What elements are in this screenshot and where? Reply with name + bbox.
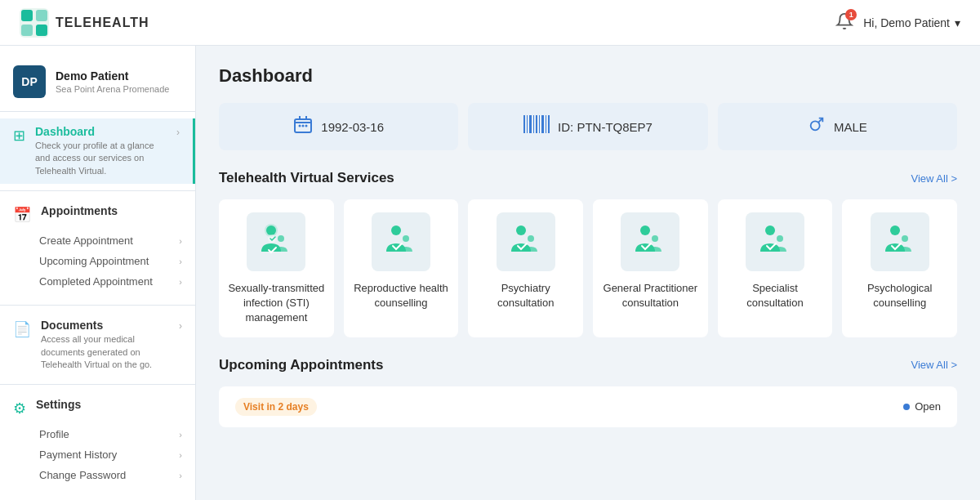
- sidebar-sub-item-completed[interactable]: Completed Appointment ›: [39, 271, 182, 292]
- sidebar: DP Demo Patient Sea Point Arena Promenad…: [0, 46, 196, 500]
- sidebar-sub-item-payment[interactable]: Payment History ›: [39, 444, 182, 465]
- appointments-view-all[interactable]: View All >: [911, 359, 958, 371]
- logo-icon: [20, 8, 49, 38]
- svg-rect-17: [548, 115, 550, 133]
- documents-nav-desc: Access all your medical documents genera…: [41, 333, 169, 371]
- dashboard-nav-arrow: ›: [176, 127, 180, 138]
- user-name: Demo Patient: [56, 69, 169, 83]
- upcoming-appointment-label: Upcoming Appointment: [39, 255, 149, 267]
- sidebar-item-settings[interactable]: ⚙ Settings: [0, 391, 195, 424]
- svg-rect-1: [21, 10, 33, 21]
- info-card-dob: 1992-03-16: [219, 103, 458, 150]
- payment-arrow-icon: ›: [179, 450, 182, 460]
- sidebar-divider-1: [0, 190, 195, 191]
- sidebar-sub-item-profile[interactable]: Profile ›: [39, 424, 182, 444]
- sidebar-divider-3: [0, 384, 195, 385]
- id-value: ID: PTN-TQ8EP7: [558, 120, 653, 134]
- birthday-icon: [293, 114, 313, 139]
- topnav-right: 1 Hi, Demo Patient ▾: [835, 12, 960, 33]
- payment-history-label: Payment History: [39, 449, 117, 461]
- dashboard-nav-content: Dashboard Check your profile at a glance…: [35, 125, 167, 177]
- psychiatry-icon-bg: [497, 212, 555, 271]
- svg-rect-14: [539, 115, 540, 133]
- sidebar-section-documents: 📄 Documents Access all your medical docu…: [0, 312, 195, 377]
- profile-arrow-icon: ›: [179, 430, 182, 440]
- sidebar-sub-item-password[interactable]: Change Password ›: [39, 465, 182, 485]
- services-grid: Sexually-transmitted infection (STI) man…: [219, 199, 957, 337]
- service-card-specialist[interactable]: Specialist consultation: [718, 199, 833, 337]
- settings-nav-content: Settings: [36, 398, 182, 411]
- psych-icon-bg: [871, 212, 929, 271]
- svg-point-29: [652, 235, 658, 242]
- profile-label: Profile: [39, 428, 69, 440]
- chevron-down-icon: ▾: [955, 16, 960, 29]
- appointments-nav-title: Appointments: [41, 204, 182, 217]
- svg-rect-2: [36, 10, 47, 21]
- visit-badge: Visit in 2 days: [235, 398, 317, 416]
- svg-point-23: [268, 234, 276, 243]
- sti-icon-bg: [247, 212, 305, 271]
- create-arrow-icon: ›: [179, 236, 182, 246]
- svg-rect-16: [546, 115, 546, 133]
- sidebar-divider-2: [0, 305, 195, 306]
- svg-rect-10: [527, 115, 528, 133]
- main-layout: DP Demo Patient Sea Point Arena Promenad…: [0, 46, 980, 500]
- psych-label: Psychological counselling: [850, 281, 949, 310]
- appointments-nav-content: Appointments: [41, 204, 182, 217]
- sidebar-section-dashboard: ⊞ Dashboard Check your profile at a glan…: [0, 118, 195, 184]
- user-address: Sea Point Arena Promenade: [56, 84, 169, 94]
- sidebar-item-appointments[interactable]: 📅 Appointments: [0, 198, 195, 230]
- svg-point-24: [391, 225, 401, 235]
- documents-nav-content: Documents Access all your medical docume…: [41, 319, 169, 371]
- svg-point-21: [266, 225, 276, 235]
- services-title: Telehealth Virtual Services: [219, 170, 394, 186]
- svg-point-27: [528, 235, 534, 242]
- service-card-sti[interactable]: Sexually-transmitted infection (STI) man…: [219, 199, 334, 337]
- notification-bell[interactable]: 1: [835, 12, 853, 33]
- logo: TELEHEALTH: [20, 8, 149, 38]
- sidebar-sub-item-create[interactable]: Create Appointment ›: [39, 230, 182, 251]
- appointments-title: Upcoming Appointments: [219, 357, 383, 373]
- services-view-all[interactable]: View All >: [911, 172, 958, 185]
- sti-label: Sexually-transmitted infection (STI) man…: [227, 281, 326, 326]
- settings-icon: ⚙: [13, 400, 26, 417]
- service-card-gp[interactable]: General Practitioner consultation: [593, 199, 708, 337]
- info-card-gender: MALE: [718, 103, 957, 150]
- gender-value: MALE: [834, 120, 867, 134]
- svg-point-32: [890, 225, 900, 235]
- service-card-psychiatry[interactable]: Psychiatry consultation: [468, 199, 583, 337]
- sidebar-item-dashboard[interactable]: ⊞ Dashboard Check your profile at a glan…: [0, 118, 195, 184]
- reproductive-label: Reproductive health counselling: [352, 281, 451, 310]
- completed-appointment-label: Completed Appointment: [39, 275, 153, 288]
- sidebar-item-documents[interactable]: 📄 Documents Access all your medical docu…: [0, 312, 195, 377]
- info-card-id: ID: PTN-TQ8EP7: [468, 103, 707, 150]
- logo-text: TELEHEALTH: [56, 16, 149, 30]
- svg-point-31: [777, 235, 783, 242]
- open-dot-icon: [903, 404, 910, 410]
- sidebar-sub-item-upcoming[interactable]: Upcoming Appointment ›: [39, 251, 182, 271]
- user-info-block: Demo Patient Sea Point Arena Promenade: [56, 69, 169, 94]
- barcode-icon: [523, 115, 550, 138]
- reproductive-icon-bg: [372, 212, 430, 271]
- completed-arrow-icon: ›: [179, 277, 182, 287]
- status-label: Open: [915, 400, 941, 413]
- password-arrow-icon: ›: [179, 471, 182, 480]
- main-content: Dashboard 1992-03-16: [196, 46, 980, 500]
- dashboard-nav-desc: Check your profile at a glance and acces…: [35, 140, 167, 177]
- svg-point-30: [765, 225, 775, 235]
- upcoming-arrow-icon: ›: [179, 257, 182, 266]
- svg-point-18: [811, 121, 820, 130]
- svg-rect-4: [36, 25, 47, 36]
- documents-nav-arrow: ›: [179, 320, 182, 332]
- service-card-reproductive[interactable]: Reproductive health counselling: [344, 199, 459, 337]
- appointment-item: Visit in 2 days Open: [219, 386, 957, 427]
- svg-point-22: [278, 235, 284, 242]
- user-menu[interactable]: Hi, Demo Patient ▾: [863, 16, 960, 29]
- appointments-section-header: Upcoming Appointments View All >: [219, 357, 957, 373]
- service-card-psych[interactable]: Psychological counselling: [842, 199, 957, 337]
- appointments-sub-items: Create Appointment › Upcoming Appointmen…: [0, 230, 195, 298]
- svg-rect-15: [541, 115, 544, 133]
- services-section-header: Telehealth Virtual Services View All >: [219, 170, 957, 186]
- svg-rect-12: [533, 115, 534, 133]
- svg-rect-9: [523, 115, 525, 133]
